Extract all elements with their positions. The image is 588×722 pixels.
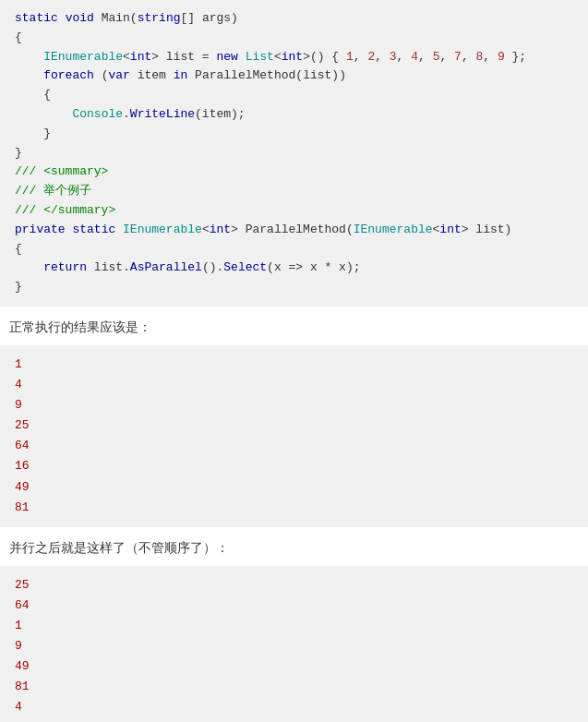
output2-line4: 9 (15, 636, 573, 656)
output2-line7: 4 (15, 697, 573, 717)
output1-line2: 4 (15, 375, 573, 395)
output2-line2: 64 (15, 596, 573, 616)
output1-line3: 9 (15, 395, 573, 415)
output1-line4: 25 (15, 415, 573, 436)
section2-label: 并行之后就是这样了（不管顺序了）： (0, 527, 588, 566)
output-block-1: 1 4 9 25 64 16 49 81 (0, 345, 588, 527)
output2-line8: 16 (15, 717, 573, 722)
output2-line6: 81 (15, 677, 573, 697)
output1-line6: 16 (15, 456, 573, 476)
code-block: static void Main(string[] args) { IEnume… (0, 0, 588, 307)
output1-line5: 64 (15, 436, 573, 456)
output1-line7: 49 (15, 477, 573, 498)
output2-line1: 25 (15, 575, 573, 596)
output2-line5: 49 (15, 656, 573, 677)
output1-line1: 1 (15, 355, 573, 375)
output1-line8: 81 (15, 498, 573, 518)
output-block-2: 25 64 1 9 49 81 4 16 (0, 566, 588, 722)
output2-line3: 1 (15, 616, 573, 636)
section1-label: 正常执行的结果应该是： (0, 307, 588, 345)
